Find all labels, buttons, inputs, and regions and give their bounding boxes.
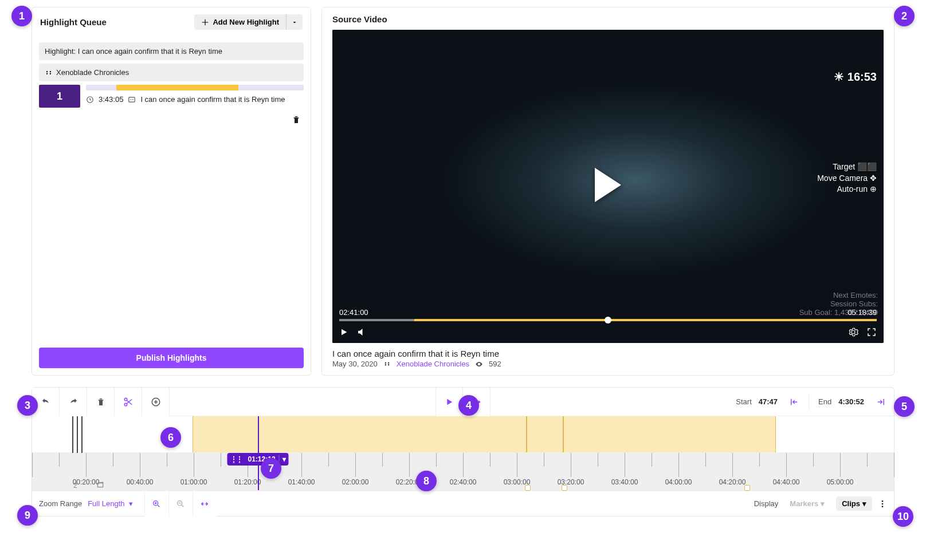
video-seek-bar[interactable] (339, 319, 877, 321)
video-title: I can once again confirm that it is Reyn… (332, 349, 884, 358)
highlight-queue-panel: Highlight Queue Add New Highlight Highli… (32, 7, 311, 376)
annotation-8: 8 (416, 471, 437, 491)
annotation-7: 7 (261, 458, 281, 479)
trash-icon (96, 397, 106, 407)
highlight-item[interactable]: 1 3:43:05 I can once again confirm that … (39, 85, 304, 108)
highlight-caption: I can once again confirm that it is Reyn… (140, 95, 285, 104)
clips-toggle[interactable]: Clips ▾ (836, 496, 872, 511)
svg-point-21 (882, 503, 884, 504)
highlight-segment[interactable] (193, 416, 776, 452)
highlight-mini-timeline (86, 85, 304, 90)
trash-icon (291, 115, 301, 125)
marker-count: 2 (73, 482, 77, 490)
svg-point-1 (50, 71, 51, 72)
zoom-in-icon (152, 499, 161, 508)
gear-icon (848, 327, 858, 337)
zoom-range-label: Zoom Range (39, 499, 82, 508)
undo-icon (41, 397, 51, 407)
queue-title: Highlight Queue (40, 17, 107, 27)
zoom-out-button[interactable] (168, 491, 193, 516)
end-value: 4:30:52 (838, 397, 864, 406)
video-current-time: 02:41:00 (339, 308, 368, 317)
timeline-delete-button[interactable] (87, 388, 115, 416)
highlight-timestamp: 3:43:05 (99, 95, 123, 104)
set-start-button[interactable] (789, 397, 799, 407)
highlight-title-pill[interactable]: Highlight: I can once again confirm that… (39, 42, 304, 60)
video-date: May 30, 2020 (332, 360, 378, 368)
start-label: Start (736, 397, 751, 406)
plus-icon (201, 18, 209, 26)
fullscreen-button[interactable] (866, 327, 877, 337)
annotation-3: 3 (17, 395, 38, 416)
annotation-6: 6 (160, 427, 181, 448)
timeline-footer: Zoom Range Full Length ▾ Display Markers… (32, 491, 894, 516)
play-icon (339, 328, 348, 337)
volume-button[interactable] (356, 327, 367, 337)
source-video-title: Source Video (332, 14, 884, 24)
chevron-down-icon[interactable]: ▾ (279, 455, 289, 463)
svg-point-20 (882, 500, 884, 502)
add-circle-icon (151, 397, 161, 407)
clock-icon (86, 96, 94, 104)
svg-point-7 (388, 362, 389, 364)
svg-rect-5 (129, 97, 135, 101)
zoom-range-select[interactable]: Full Length ▾ (82, 499, 144, 508)
add-highlight-button[interactable]: Add New Highlight (194, 14, 286, 30)
zoom-in-button[interactable] (144, 491, 168, 516)
redo-button[interactable] (60, 388, 87, 416)
gamepad-icon (45, 69, 53, 77)
game-controls-hud: Target ⬛⬛ Move Camera ✥ Auto-run ⊕ (817, 161, 877, 195)
annotation-5: 5 (894, 396, 915, 417)
zoom-out-icon (176, 499, 185, 508)
play-icon (444, 397, 454, 407)
svg-point-9 (388, 364, 389, 365)
chapter-markers (72, 416, 83, 452)
fit-icon (200, 499, 209, 508)
display-label: Display (754, 499, 779, 508)
svg-point-6 (384, 362, 386, 364)
publish-highlights-button[interactable]: Publish Highlights (39, 348, 304, 368)
game-category-pill[interactable]: Xenoblade Chronicles (39, 64, 304, 81)
eye-icon (475, 360, 483, 368)
annotation-10: 10 (893, 506, 913, 527)
volume-icon (356, 327, 367, 337)
bracket-left-icon (789, 397, 799, 407)
add-marker-button[interactable] (142, 388, 170, 416)
annotation-1: 1 (11, 6, 32, 26)
drag-grip-icon: ⋮⋮ (227, 455, 245, 463)
gamepad-icon (383, 360, 391, 368)
markers-toggle[interactable]: Markers ▾ (784, 496, 830, 511)
scissors-icon (123, 397, 134, 407)
more-options-button[interactable] (878, 499, 887, 508)
highlight-index: 1 (39, 85, 80, 108)
bracket-right-icon (876, 397, 886, 407)
set-end-button[interactable] (876, 397, 886, 407)
video-game-link[interactable]: Xenoblade Chronicles (397, 360, 469, 368)
more-vertical-icon (878, 499, 887, 508)
end-label: End (818, 397, 831, 406)
svg-point-0 (46, 71, 48, 72)
delete-highlight-button[interactable] (289, 112, 304, 127)
settings-button[interactable] (848, 327, 858, 337)
caption-icon (128, 96, 136, 104)
chevron-down-icon (291, 19, 298, 26)
svg-point-8 (384, 364, 386, 365)
play-button[interactable] (339, 328, 348, 337)
timeline-ruler[interactable]: ⋮⋮ 01:12:13 ▾ 00:20:0000:40:0001:00:0001… (32, 453, 894, 491)
video-total-time: 05:18:39 (847, 308, 877, 317)
redo-icon (68, 397, 79, 407)
annotation-9: 9 (17, 505, 38, 526)
add-highlight-dropdown[interactable] (286, 14, 303, 30)
annotation-4: 4 (458, 395, 479, 416)
source-video-panel: Source Video ☀ 16:53 Target ⬛⬛ Move Came… (321, 7, 894, 376)
video-player[interactable]: ☀ 16:53 Target ⬛⬛ Move Camera ✥ Auto-run… (332, 30, 884, 343)
fit-button[interactable] (193, 491, 217, 516)
start-value: 47:47 (759, 397, 778, 406)
split-button[interactable] (115, 388, 142, 416)
svg-point-2 (46, 73, 48, 74)
svg-point-3 (50, 73, 51, 74)
video-view-count: 592 (489, 360, 501, 368)
play-overlay-button[interactable] (595, 168, 621, 202)
clapper-icon (96, 480, 104, 488)
fullscreen-icon (866, 327, 877, 337)
